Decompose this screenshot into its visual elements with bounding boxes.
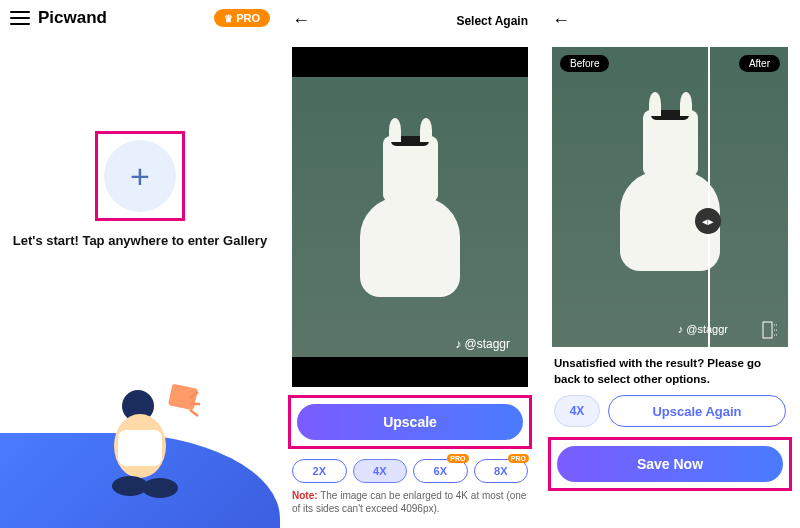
back-icon[interactable]: ←	[552, 10, 570, 31]
menu-icon[interactable]	[10, 11, 30, 25]
start-text: Let's start! Tap anywhere to enter Galle…	[13, 233, 267, 248]
save-highlight: Save Now	[548, 437, 792, 491]
svg-rect-2	[118, 430, 162, 466]
plus-icon: +	[130, 157, 150, 196]
illustration	[0, 368, 280, 528]
pro-badge[interactable]: ♛PRO	[214, 9, 270, 27]
select-again-link[interactable]: Select Again	[456, 14, 528, 28]
compare-divider	[708, 47, 710, 347]
upscale-again-button[interactable]: Upscale Again	[608, 395, 786, 427]
svg-rect-6	[763, 322, 772, 338]
scale-8x[interactable]: 8XPRO	[474, 459, 529, 483]
unsatisfied-text: Unsatisfied with the result? Please go b…	[554, 355, 786, 387]
pro-tag-icon: PRO	[447, 454, 468, 463]
compare-handle[interactable]: ◂▸	[695, 208, 721, 234]
app-title: Picwand	[38, 8, 206, 28]
after-label: After	[739, 55, 780, 72]
before-label: Before	[560, 55, 609, 72]
watermark: ♪ @staggr	[455, 337, 510, 351]
upscale-highlight: Upscale	[288, 395, 532, 449]
scale-4x[interactable]: 4X	[353, 459, 408, 483]
resize-icon[interactable]	[762, 321, 780, 339]
scale-6x[interactable]: 6XPRO	[413, 459, 468, 483]
compare-preview: Before After ◂▸ ♪ @staggr	[552, 47, 788, 347]
svg-rect-3	[168, 384, 198, 411]
svg-point-5	[142, 478, 178, 498]
upscale-button[interactable]: Upscale	[297, 404, 523, 440]
back-icon[interactable]: ←	[292, 10, 310, 31]
save-now-button[interactable]: Save Now	[557, 446, 783, 482]
crown-icon: ♛	[224, 13, 233, 24]
scale-2x[interactable]: 2X	[292, 459, 347, 483]
scale-chip: 4X	[554, 395, 600, 427]
image-preview: ♪ @staggr	[292, 47, 528, 387]
watermark: ♪ @staggr	[678, 323, 728, 335]
add-highlight: +	[95, 131, 185, 221]
pro-tag-icon: PRO	[508, 454, 529, 463]
add-button[interactable]: +	[104, 140, 176, 212]
note-text: Note: The image can be enlarged to 4K at…	[292, 489, 528, 515]
